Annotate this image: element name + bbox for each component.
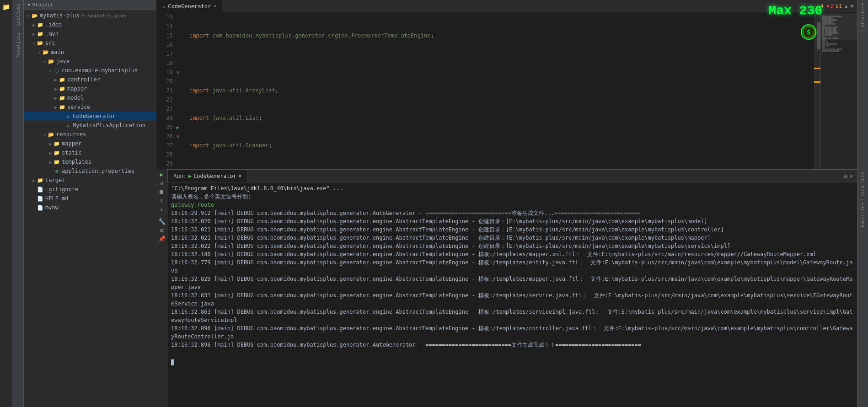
line-num: 20 (156, 77, 173, 86)
console-line-6: 18:16:32.021 [main] DEBUG com.baomidou.m… (171, 234, 853, 242)
leetcode-tab[interactable]: LeetCode (14, 0, 22, 29)
tree-label: mvnw (45, 204, 59, 211)
tree-label: CodeGenerator (73, 113, 116, 119)
tree-item-target[interactable]: ▶ 📁 target (24, 176, 156, 185)
tree-item-src[interactable]: ▾ 📂 src (24, 38, 156, 48)
project-panel: ▾ Project ▾ 📂 mybatis-plus E:\mybatis-pl… (24, 0, 156, 407)
tree-item-mapper[interactable]: ▶ 📁 mapper (24, 84, 156, 93)
scroll-down-icon[interactable]: ↓ (160, 206, 164, 213)
info-badge: ℹ 1 (836, 3, 842, 9)
run-icon[interactable]: ▶ (160, 171, 164, 178)
scroll-up-icon[interactable]: ↑ (160, 197, 164, 204)
right-panel: Structure (857, 0, 868, 169)
folder-icon: 📁 (53, 158, 60, 166)
folder-icon: 📁 (59, 85, 66, 92)
tree-item-mvnw[interactable]: ▶ 📄 mvnw (24, 203, 156, 212)
editor-tab-codegenerator[interactable]: ☕ CodeGenerator × (156, 0, 222, 12)
editor-row: ☕ CodeGenerator × ⚠ 4 ✖ 2 ℹ (156, 0, 868, 169)
console-line-13: 18:16:32.896 [main] DEBUG com.baomidou.m… (171, 324, 853, 341)
console-line-4: 18:16:32.020 [main] DEBUG com.baomidou.m… (171, 217, 853, 225)
warning-badge: ⚠ 4 (817, 3, 824, 9)
wrench-icon[interactable]: 🔧 (158, 218, 166, 225)
code-line-13: import com.baomidou.mybatisplus.generato… (189, 31, 814, 40)
line-num: 26 (156, 132, 173, 141)
editor-scrollbar[interactable] (814, 13, 820, 169)
tree-label: .idea (45, 21, 62, 28)
tree-item-gitignore[interactable]: ▶ 📄 .gitignore (24, 185, 156, 194)
run-gutter-icon[interactable]: ▶ (177, 123, 186, 132)
file-tree: ▾ 📂 mybatis-plus E:\mybatis-plus ▶ 📁 .id… (24, 10, 156, 407)
tree-item-templates[interactable]: ▶ 📁 templates (24, 157, 156, 166)
console-controls: ⚙ ✕ (844, 172, 857, 180)
editor-tabs: ☕ CodeGenerator × ⚠ 4 ✖ 2 ℹ (156, 0, 857, 13)
tree-label: resources (56, 131, 86, 138)
tree-item-model[interactable]: ▶ 📁 model (24, 93, 156, 102)
fold-icon[interactable]: ⊟ (177, 68, 186, 77)
tree-item-controller[interactable]: ▶ 📁 controller (24, 75, 156, 84)
warning-marker-2 (814, 81, 820, 83)
tree-item-mapper-res[interactable]: ▶ 📁 mapper (24, 139, 156, 148)
folder-icon: 📁 (37, 30, 44, 37)
filter-icon[interactable]: ⚙ (160, 227, 164, 234)
bottom-favorites-tab[interactable]: Favorites (859, 200, 866, 230)
console-line-14: 18:16:32.896 [main] DEBUG com.baomidou.m… (171, 341, 853, 349)
tree-item-help[interactable]: ▶ 📄 HELP.md (24, 194, 156, 203)
expand-icon[interactable]: ▲ (845, 3, 848, 9)
favorites-tab[interactable]: Favorites (14, 29, 22, 61)
tree-label: model (67, 95, 84, 101)
tree-item-codegenerator[interactable]: ▶ ☕ CodeGenerator (24, 112, 156, 121)
tree-item-java[interactable]: ▾ 📂 java (24, 57, 156, 66)
tree-item-mvn[interactable]: ▶ 📁 .mvn (24, 29, 156, 38)
warning-area: ⚠ 4 ✖ 2 ℹ 1 ▲ ▼ (817, 3, 857, 9)
tree-item-main[interactable]: ▾ 📂 main (24, 48, 156, 57)
error-icon: ✖ (826, 3, 830, 9)
code-line-14 (189, 59, 814, 68)
console-line-prompt: 请输入表名，多个英文逗号分割: (171, 193, 853, 201)
folder-icon[interactable]: 📁 (1, 2, 11, 12)
tree-label: target (45, 177, 65, 183)
rerun-icon[interactable]: ↺ (160, 180, 164, 187)
tab-close[interactable]: × (238, 173, 241, 179)
folder-icon: 📁 (59, 94, 66, 102)
pin-icon[interactable]: 📌 (158, 236, 166, 242)
expand-arrow: ▶ (53, 105, 59, 110)
folder-icon: 📁 (53, 149, 60, 156)
stop-icon[interactable]: ⏹ (159, 188, 165, 195)
tree-item-properties[interactable]: ▶ ⚙ application.properties (24, 166, 156, 176)
tree-item-service[interactable]: ▶ 📁 service (24, 102, 156, 112)
code-editor: 13 14 15 16 17 18 19 20 21 22 23 24 25 2… (156, 13, 857, 169)
warning-icon: ⚠ (817, 3, 820, 9)
tree-label: mapper (67, 86, 87, 92)
tree-label: service (67, 104, 91, 110)
folder-icon: 📁 (59, 103, 66, 111)
file-icon: 📄 (37, 186, 44, 193)
line-num: 17 (156, 49, 173, 59)
info-count: 1 (839, 3, 842, 9)
code-content[interactable]: import com.baomidou.mybatisplus.generato… (186, 13, 814, 169)
tab-close-button[interactable]: × (214, 4, 216, 9)
scrollbar-thumb[interactable] (817, 22, 820, 49)
java-icon: ☕ (162, 3, 165, 10)
structure-tab[interactable]: Structure (859, 0, 866, 31)
tree-item-static[interactable]: ▶ 📁 static (24, 148, 156, 157)
tree-item-application[interactable]: ▶ ☕ MybatisPlusApplication (24, 121, 156, 130)
tree-item-package[interactable]: ▾ ⬡ com.example.mybatisplus (24, 66, 156, 75)
tree-item-resources[interactable]: ▾ 📂 resources (24, 130, 156, 139)
line-num: 15 (156, 31, 173, 40)
close-panel-button[interactable]: ✕ (850, 172, 853, 180)
tree-item-root[interactable]: ▾ 📂 mybatis-plus E:\mybatis-plus (24, 11, 156, 20)
code-line-18 (189, 168, 814, 169)
console-panel: Run: ▶ CodeGenerator × ⚙ ✕ "C:\Program F… (167, 169, 857, 407)
tree-item-idea[interactable]: ▶ 📁 .idea (24, 20, 156, 29)
fold-icon[interactable]: ⊟ (177, 132, 186, 141)
expand-arrow: ▶ (48, 141, 53, 146)
folder-open-icon: 📂 (48, 58, 55, 65)
bottom-structure-tab[interactable]: Structure (859, 169, 866, 200)
bottom-right-panel: Structure Favorites (857, 169, 868, 407)
folder-open-icon: 📂 (31, 12, 38, 19)
collapse-icon[interactable]: ▼ (850, 3, 853, 9)
settings-button[interactable]: ⚙ (844, 172, 847, 180)
project-label: Project (32, 2, 54, 8)
run-config-icon: ▶ (188, 173, 192, 179)
run-tab[interactable]: Run: ▶ CodeGenerator × (167, 170, 247, 182)
